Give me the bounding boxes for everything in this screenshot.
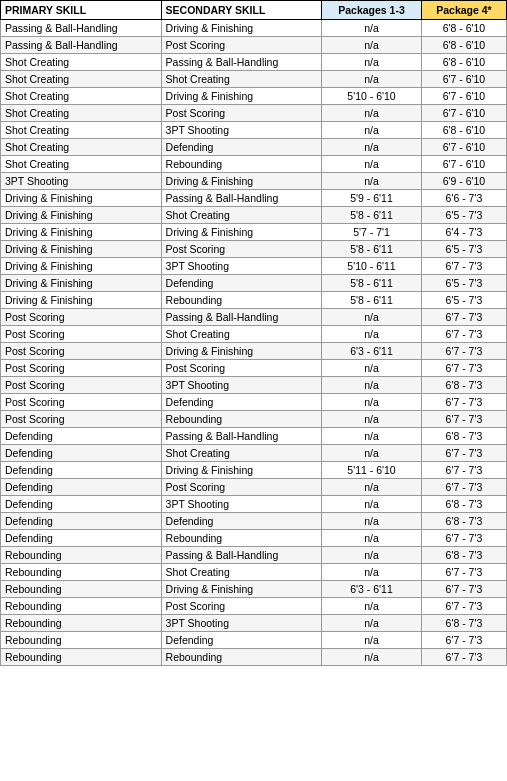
package-4-cell: 6'8 - 6'10 xyxy=(421,54,506,71)
primary-skill-cell: Defending xyxy=(1,445,162,462)
table-row: Driving & Finishing3PT Shooting5'10 - 6'… xyxy=(1,258,507,275)
secondary-skill-cell: Shot Creating xyxy=(161,71,322,88)
table-row: ReboundingShot Creatingn/a6'7 - 7'3 xyxy=(1,564,507,581)
header-package-4: Package 4* xyxy=(421,1,506,20)
packages-1-3-cell: n/a xyxy=(322,326,422,343)
packages-1-3-cell: n/a xyxy=(322,445,422,462)
secondary-skill-cell: Defending xyxy=(161,632,322,649)
packages-1-3-cell: n/a xyxy=(322,173,422,190)
packages-1-3-cell: 5'11 - 6'10 xyxy=(322,462,422,479)
packages-1-3-cell: n/a xyxy=(322,649,422,666)
table-row: Driving & FinishingPost Scoring5'8 - 6'1… xyxy=(1,241,507,258)
primary-skill-cell: Shot Creating xyxy=(1,139,162,156)
package-4-cell: 6'7 - 7'3 xyxy=(421,564,506,581)
secondary-skill-cell: Rebounding xyxy=(161,411,322,428)
primary-skill-cell: Post Scoring xyxy=(1,360,162,377)
secondary-skill-cell: 3PT Shooting xyxy=(161,122,322,139)
table-row: Shot CreatingShot Creatingn/a6'7 - 6'10 xyxy=(1,71,507,88)
secondary-skill-cell: 3PT Shooting xyxy=(161,615,322,632)
packages-1-3-cell: n/a xyxy=(322,105,422,122)
primary-skill-cell: Driving & Finishing xyxy=(1,241,162,258)
table-row: Post ScoringReboundingn/a6'7 - 7'3 xyxy=(1,411,507,428)
primary-skill-cell: Rebounding xyxy=(1,598,162,615)
primary-skill-cell: Rebounding xyxy=(1,547,162,564)
primary-skill-cell: Post Scoring xyxy=(1,411,162,428)
package-4-cell: 6'7 - 7'3 xyxy=(421,530,506,547)
secondary-skill-cell: Passing & Ball-Handling xyxy=(161,547,322,564)
skills-table: PRIMARY SKILL SECONDARY SKILL Packages 1… xyxy=(0,0,507,666)
packages-1-3-cell: 5'10 - 6'10 xyxy=(322,88,422,105)
packages-1-3-cell: n/a xyxy=(322,122,422,139)
table-row: 3PT ShootingDriving & Finishingn/a6'9 - … xyxy=(1,173,507,190)
packages-1-3-cell: n/a xyxy=(322,54,422,71)
secondary-skill-cell: Defending xyxy=(161,513,322,530)
packages-1-3-cell: 5'8 - 6'11 xyxy=(322,292,422,309)
table-row: DefendingPost Scoringn/a6'7 - 7'3 xyxy=(1,479,507,496)
table-row: Shot CreatingPost Scoringn/a6'7 - 6'10 xyxy=(1,105,507,122)
primary-skill-cell: Driving & Finishing xyxy=(1,292,162,309)
primary-skill-cell: Driving & Finishing xyxy=(1,258,162,275)
header-secondary-skill: SECONDARY SKILL xyxy=(161,1,322,20)
package-4-cell: 6'5 - 7'3 xyxy=(421,292,506,309)
primary-skill-cell: Driving & Finishing xyxy=(1,275,162,292)
package-4-cell: 6'7 - 7'3 xyxy=(421,343,506,360)
secondary-skill-cell: Defending xyxy=(161,275,322,292)
package-4-cell: 6'7 - 7'3 xyxy=(421,411,506,428)
primary-skill-cell: Rebounding xyxy=(1,581,162,598)
package-4-cell: 6'7 - 7'3 xyxy=(421,394,506,411)
secondary-skill-cell: Defending xyxy=(161,394,322,411)
secondary-skill-cell: Rebounding xyxy=(161,292,322,309)
package-4-cell: 6'7 - 7'3 xyxy=(421,462,506,479)
primary-skill-cell: Post Scoring xyxy=(1,343,162,360)
package-4-cell: 6'5 - 7'3 xyxy=(421,207,506,224)
table-row: Driving & FinishingShot Creating5'8 - 6'… xyxy=(1,207,507,224)
packages-1-3-cell: n/a xyxy=(322,479,422,496)
package-4-cell: 6'8 - 7'3 xyxy=(421,615,506,632)
packages-1-3-cell: n/a xyxy=(322,411,422,428)
primary-skill-cell: Passing & Ball-Handling xyxy=(1,37,162,54)
package-4-cell: 6'7 - 7'3 xyxy=(421,632,506,649)
secondary-skill-cell: Driving & Finishing xyxy=(161,88,322,105)
secondary-skill-cell: 3PT Shooting xyxy=(161,377,322,394)
package-4-cell: 6'7 - 7'3 xyxy=(421,326,506,343)
secondary-skill-cell: 3PT Shooting xyxy=(161,258,322,275)
package-4-cell: 6'7 - 7'3 xyxy=(421,581,506,598)
secondary-skill-cell: Rebounding xyxy=(161,156,322,173)
packages-1-3-cell: n/a xyxy=(322,139,422,156)
package-4-cell: 6'7 - 7'3 xyxy=(421,598,506,615)
table-row: Passing & Ball-HandlingDriving & Finishi… xyxy=(1,20,507,37)
table-row: Passing & Ball-HandlingPost Scoringn/a6'… xyxy=(1,37,507,54)
table-row: Post ScoringShot Creatingn/a6'7 - 7'3 xyxy=(1,326,507,343)
packages-1-3-cell: 5'8 - 6'11 xyxy=(322,275,422,292)
table-row: DefendingReboundingn/a6'7 - 7'3 xyxy=(1,530,507,547)
secondary-skill-cell: Passing & Ball-Handling xyxy=(161,428,322,445)
secondary-skill-cell: Rebounding xyxy=(161,530,322,547)
package-4-cell: 6'7 - 6'10 xyxy=(421,88,506,105)
table-row: Rebounding3PT Shootingn/a6'8 - 7'3 xyxy=(1,615,507,632)
table-row: Defending3PT Shootingn/a6'8 - 7'3 xyxy=(1,496,507,513)
table-row: Shot CreatingReboundingn/a6'7 - 6'10 xyxy=(1,156,507,173)
primary-skill-cell: Defending xyxy=(1,462,162,479)
primary-skill-cell: Shot Creating xyxy=(1,105,162,122)
package-4-cell: 6'8 - 7'3 xyxy=(421,513,506,530)
packages-1-3-cell: n/a xyxy=(322,496,422,513)
packages-1-3-cell: n/a xyxy=(322,156,422,173)
packages-1-3-cell: 5'8 - 6'11 xyxy=(322,241,422,258)
secondary-skill-cell: Passing & Ball-Handling xyxy=(161,54,322,71)
table-row: DefendingShot Creatingn/a6'7 - 7'3 xyxy=(1,445,507,462)
table-row: Post ScoringDefendingn/a6'7 - 7'3 xyxy=(1,394,507,411)
primary-skill-cell: Driving & Finishing xyxy=(1,207,162,224)
package-4-cell: 6'8 - 6'10 xyxy=(421,122,506,139)
packages-1-3-cell: n/a xyxy=(322,513,422,530)
packages-1-3-cell: 6'3 - 6'11 xyxy=(322,581,422,598)
table-row: Shot CreatingDefendingn/a6'7 - 6'10 xyxy=(1,139,507,156)
table-row: Post ScoringPost Scoringn/a6'7 - 7'3 xyxy=(1,360,507,377)
primary-skill-cell: Post Scoring xyxy=(1,326,162,343)
packages-1-3-cell: n/a xyxy=(322,632,422,649)
package-4-cell: 6'7 - 7'3 xyxy=(421,479,506,496)
table-row: Post ScoringPassing & Ball-Handlingn/a6'… xyxy=(1,309,507,326)
primary-skill-cell: Defending xyxy=(1,479,162,496)
packages-1-3-cell: n/a xyxy=(322,37,422,54)
secondary-skill-cell: Post Scoring xyxy=(161,598,322,615)
package-4-cell: 6'8 - 7'3 xyxy=(421,496,506,513)
